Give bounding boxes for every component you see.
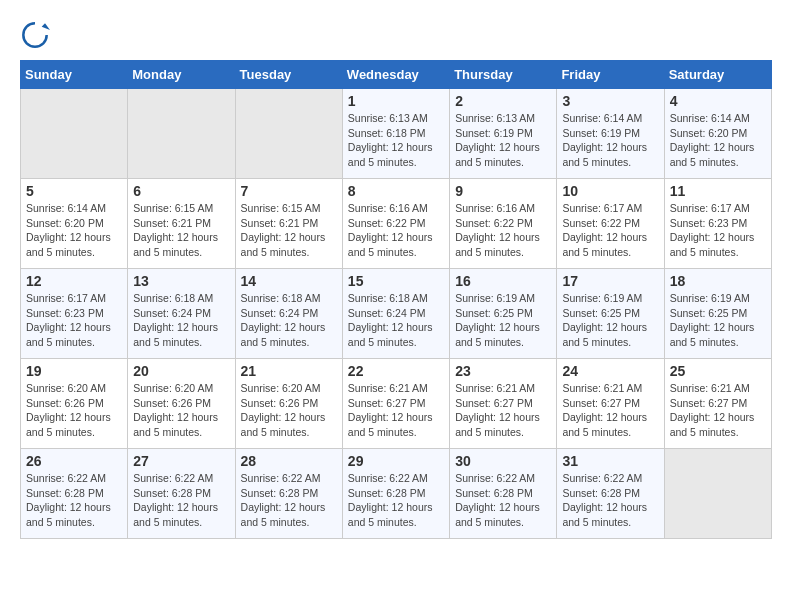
day-info: Sunrise: 6:19 AM Sunset: 6:25 PM Dayligh…: [562, 291, 658, 350]
calendar-table: SundayMondayTuesdayWednesdayThursdayFrid…: [20, 60, 772, 539]
day-info: Sunrise: 6:21 AM Sunset: 6:27 PM Dayligh…: [348, 381, 444, 440]
day-info: Sunrise: 6:21 AM Sunset: 6:27 PM Dayligh…: [455, 381, 551, 440]
day-number: 10: [562, 183, 658, 199]
day-info: Sunrise: 6:14 AM Sunset: 6:20 PM Dayligh…: [26, 201, 122, 260]
day-info: Sunrise: 6:20 AM Sunset: 6:26 PM Dayligh…: [26, 381, 122, 440]
calendar-week-row: 26Sunrise: 6:22 AM Sunset: 6:28 PM Dayli…: [21, 449, 772, 539]
day-info: Sunrise: 6:18 AM Sunset: 6:24 PM Dayligh…: [241, 291, 337, 350]
day-info: Sunrise: 6:21 AM Sunset: 6:27 PM Dayligh…: [670, 381, 766, 440]
calendar-cell: 25Sunrise: 6:21 AM Sunset: 6:27 PM Dayli…: [664, 359, 771, 449]
day-number: 22: [348, 363, 444, 379]
calendar-cell: 13Sunrise: 6:18 AM Sunset: 6:24 PM Dayli…: [128, 269, 235, 359]
calendar-cell: 4Sunrise: 6:14 AM Sunset: 6:20 PM Daylig…: [664, 89, 771, 179]
calendar-cell: 26Sunrise: 6:22 AM Sunset: 6:28 PM Dayli…: [21, 449, 128, 539]
day-number: 4: [670, 93, 766, 109]
calendar-cell: 12Sunrise: 6:17 AM Sunset: 6:23 PM Dayli…: [21, 269, 128, 359]
calendar-cell: 15Sunrise: 6:18 AM Sunset: 6:24 PM Dayli…: [342, 269, 449, 359]
calendar-cell: 22Sunrise: 6:21 AM Sunset: 6:27 PM Dayli…: [342, 359, 449, 449]
logo-icon: [20, 20, 50, 50]
weekday-header-sunday: Sunday: [21, 61, 128, 89]
calendar-cell: 29Sunrise: 6:22 AM Sunset: 6:28 PM Dayli…: [342, 449, 449, 539]
calendar-cell: 10Sunrise: 6:17 AM Sunset: 6:22 PM Dayli…: [557, 179, 664, 269]
day-number: 16: [455, 273, 551, 289]
day-number: 18: [670, 273, 766, 289]
day-info: Sunrise: 6:20 AM Sunset: 6:26 PM Dayligh…: [241, 381, 337, 440]
calendar-cell: 3Sunrise: 6:14 AM Sunset: 6:19 PM Daylig…: [557, 89, 664, 179]
day-number: 14: [241, 273, 337, 289]
calendar-cell: 30Sunrise: 6:22 AM Sunset: 6:28 PM Dayli…: [450, 449, 557, 539]
day-info: Sunrise: 6:19 AM Sunset: 6:25 PM Dayligh…: [670, 291, 766, 350]
day-info: Sunrise: 6:16 AM Sunset: 6:22 PM Dayligh…: [348, 201, 444, 260]
day-number: 25: [670, 363, 766, 379]
day-number: 31: [562, 453, 658, 469]
calendar-cell: 19Sunrise: 6:20 AM Sunset: 6:26 PM Dayli…: [21, 359, 128, 449]
day-info: Sunrise: 6:22 AM Sunset: 6:28 PM Dayligh…: [241, 471, 337, 530]
day-info: Sunrise: 6:17 AM Sunset: 6:22 PM Dayligh…: [562, 201, 658, 260]
day-info: Sunrise: 6:18 AM Sunset: 6:24 PM Dayligh…: [133, 291, 229, 350]
calendar-cell: 16Sunrise: 6:19 AM Sunset: 6:25 PM Dayli…: [450, 269, 557, 359]
day-info: Sunrise: 6:19 AM Sunset: 6:25 PM Dayligh…: [455, 291, 551, 350]
day-number: 7: [241, 183, 337, 199]
day-number: 13: [133, 273, 229, 289]
calendar-week-row: 5Sunrise: 6:14 AM Sunset: 6:20 PM Daylig…: [21, 179, 772, 269]
day-info: Sunrise: 6:14 AM Sunset: 6:19 PM Dayligh…: [562, 111, 658, 170]
weekday-header-wednesday: Wednesday: [342, 61, 449, 89]
calendar-cell: 6Sunrise: 6:15 AM Sunset: 6:21 PM Daylig…: [128, 179, 235, 269]
day-number: 19: [26, 363, 122, 379]
day-number: 29: [348, 453, 444, 469]
weekday-header-monday: Monday: [128, 61, 235, 89]
day-number: 15: [348, 273, 444, 289]
calendar-cell: 11Sunrise: 6:17 AM Sunset: 6:23 PM Dayli…: [664, 179, 771, 269]
calendar-cell: 23Sunrise: 6:21 AM Sunset: 6:27 PM Dayli…: [450, 359, 557, 449]
day-number: 8: [348, 183, 444, 199]
calendar-cell: [21, 89, 128, 179]
day-info: Sunrise: 6:17 AM Sunset: 6:23 PM Dayligh…: [26, 291, 122, 350]
day-number: 23: [455, 363, 551, 379]
day-number: 30: [455, 453, 551, 469]
day-info: Sunrise: 6:21 AM Sunset: 6:27 PM Dayligh…: [562, 381, 658, 440]
day-number: 6: [133, 183, 229, 199]
day-info: Sunrise: 6:22 AM Sunset: 6:28 PM Dayligh…: [133, 471, 229, 530]
calendar-cell: [235, 89, 342, 179]
weekday-header-tuesday: Tuesday: [235, 61, 342, 89]
day-number: 28: [241, 453, 337, 469]
calendar-cell: 18Sunrise: 6:19 AM Sunset: 6:25 PM Dayli…: [664, 269, 771, 359]
day-info: Sunrise: 6:22 AM Sunset: 6:28 PM Dayligh…: [455, 471, 551, 530]
calendar-cell: 17Sunrise: 6:19 AM Sunset: 6:25 PM Dayli…: [557, 269, 664, 359]
day-info: Sunrise: 6:16 AM Sunset: 6:22 PM Dayligh…: [455, 201, 551, 260]
day-info: Sunrise: 6:17 AM Sunset: 6:23 PM Dayligh…: [670, 201, 766, 260]
calendar-cell: [128, 89, 235, 179]
day-info: Sunrise: 6:13 AM Sunset: 6:18 PM Dayligh…: [348, 111, 444, 170]
page-header: [20, 20, 772, 50]
calendar-cell: 24Sunrise: 6:21 AM Sunset: 6:27 PM Dayli…: [557, 359, 664, 449]
weekday-header-thursday: Thursday: [450, 61, 557, 89]
calendar-cell: [664, 449, 771, 539]
day-info: Sunrise: 6:15 AM Sunset: 6:21 PM Dayligh…: [241, 201, 337, 260]
day-number: 3: [562, 93, 658, 109]
calendar-cell: 9Sunrise: 6:16 AM Sunset: 6:22 PM Daylig…: [450, 179, 557, 269]
day-info: Sunrise: 6:14 AM Sunset: 6:20 PM Dayligh…: [670, 111, 766, 170]
day-info: Sunrise: 6:18 AM Sunset: 6:24 PM Dayligh…: [348, 291, 444, 350]
day-number: 21: [241, 363, 337, 379]
day-number: 26: [26, 453, 122, 469]
calendar-cell: 7Sunrise: 6:15 AM Sunset: 6:21 PM Daylig…: [235, 179, 342, 269]
day-info: Sunrise: 6:20 AM Sunset: 6:26 PM Dayligh…: [133, 381, 229, 440]
svg-marker-0: [42, 23, 50, 30]
day-number: 1: [348, 93, 444, 109]
day-info: Sunrise: 6:22 AM Sunset: 6:28 PM Dayligh…: [562, 471, 658, 530]
day-info: Sunrise: 6:22 AM Sunset: 6:28 PM Dayligh…: [26, 471, 122, 530]
weekday-header-row: SundayMondayTuesdayWednesdayThursdayFrid…: [21, 61, 772, 89]
day-number: 12: [26, 273, 122, 289]
day-info: Sunrise: 6:13 AM Sunset: 6:19 PM Dayligh…: [455, 111, 551, 170]
day-number: 27: [133, 453, 229, 469]
calendar-week-row: 19Sunrise: 6:20 AM Sunset: 6:26 PM Dayli…: [21, 359, 772, 449]
calendar-cell: 5Sunrise: 6:14 AM Sunset: 6:20 PM Daylig…: [21, 179, 128, 269]
calendar-cell: 8Sunrise: 6:16 AM Sunset: 6:22 PM Daylig…: [342, 179, 449, 269]
calendar-cell: 21Sunrise: 6:20 AM Sunset: 6:26 PM Dayli…: [235, 359, 342, 449]
calendar-cell: 28Sunrise: 6:22 AM Sunset: 6:28 PM Dayli…: [235, 449, 342, 539]
calendar-cell: 20Sunrise: 6:20 AM Sunset: 6:26 PM Dayli…: [128, 359, 235, 449]
day-number: 11: [670, 183, 766, 199]
day-number: 2: [455, 93, 551, 109]
calendar-cell: 2Sunrise: 6:13 AM Sunset: 6:19 PM Daylig…: [450, 89, 557, 179]
weekday-header-friday: Friday: [557, 61, 664, 89]
